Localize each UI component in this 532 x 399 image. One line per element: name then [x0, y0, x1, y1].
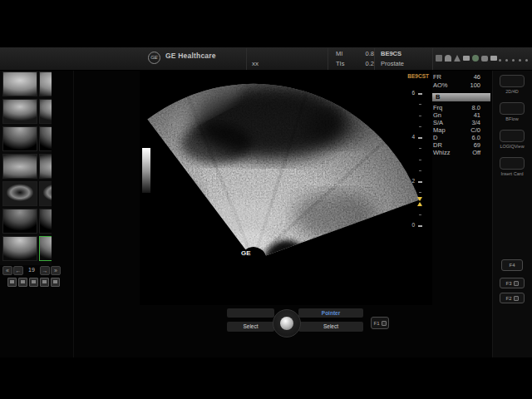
softkey-button[interactable]	[500, 157, 525, 170]
thumbnail[interactable]	[39, 126, 52, 151]
thumbnail[interactable]	[39, 71, 52, 96]
thumbnail[interactable]	[2, 99, 37, 124]
thumbnail[interactable]	[2, 71, 37, 96]
mi-label: MI	[336, 50, 342, 57]
depth-ruler-tick	[418, 181, 422, 183]
f4-label: F4	[509, 263, 515, 268]
thumbnail[interactable]	[39, 181, 52, 206]
param-value: 46	[474, 73, 480, 81]
menu-dot	[505, 59, 508, 62]
layout-icon[interactable]	[7, 278, 17, 287]
softkey-button[interactable]	[500, 130, 525, 142]
softkey-2d4d[interactable]: 2D/4D	[496, 75, 528, 94]
trackball[interactable]	[273, 309, 301, 337]
dr-readout: DR 69	[433, 141, 480, 149]
grayscale-bar	[142, 148, 150, 193]
softkey-button[interactable]	[500, 75, 525, 87]
param-label: Map	[433, 126, 446, 134]
depth-ruler-tick	[419, 160, 421, 160]
param-value: 3/4	[472, 119, 480, 126]
softkey-insert-card[interactable]: Insert Card	[496, 157, 528, 176]
exam-preset: Prostate	[381, 60, 404, 67]
printer-icon	[514, 296, 519, 301]
trackball-key-pointer[interactable]: Pointer	[298, 308, 363, 318]
f2-key[interactable]: F2	[500, 293, 525, 303]
depth-ruler-tick	[419, 170, 421, 171]
clipboard-last-page-button[interactable]: »	[51, 266, 61, 275]
thumbnail[interactable]	[39, 154, 52, 179]
frq-readout: Frq 8.0	[433, 104, 480, 111]
media-icon	[490, 56, 497, 61]
thumbnail[interactable]	[39, 209, 52, 234]
sa-readout: S/A 3/4	[433, 119, 480, 126]
depth-ruler-tick	[419, 104, 421, 105]
mail-icon	[463, 56, 470, 61]
param-label: D	[433, 134, 437, 141]
param-label: Gn	[433, 111, 441, 119]
focus-marker[interactable]	[417, 202, 422, 206]
clipboard-toolbar	[7, 278, 60, 287]
depth-ruler-tick	[418, 93, 422, 95]
trackball-key-top-left[interactable]	[227, 308, 274, 318]
trackball-key-select-right[interactable]: Select	[298, 322, 363, 332]
f3-key[interactable]: F3	[500, 278, 525, 288]
thumbnail[interactable]	[2, 126, 37, 151]
delete-icon[interactable]	[51, 278, 60, 287]
thumbnail[interactable]	[2, 181, 37, 206]
mi-readout: MI 0.8	[336, 50, 374, 57]
ultrasound-image[interactable]: GE	[140, 71, 432, 305]
depth-ruler-label: 0	[405, 222, 415, 229]
thumbnail[interactable]	[2, 209, 37, 234]
panel-seam	[73, 71, 74, 357]
whizz-readout: Whizz Off	[433, 149, 480, 156]
gain-readout: Gn 41	[433, 111, 480, 119]
header-divider	[432, 48, 433, 70]
softkey-logiqview[interactable]: LOGIQView	[496, 130, 528, 149]
patient-icon	[445, 55, 451, 62]
softkey-label: BFlow	[496, 116, 528, 121]
map-readout: Map C/0	[433, 126, 480, 134]
trackball-key-select-left[interactable]: Select	[227, 322, 274, 332]
menu-dots[interactable]	[499, 59, 528, 62]
depth-ruler-label: 6	[405, 90, 415, 96]
param-label: Whizz	[433, 149, 450, 156]
print-alt-icon[interactable]	[29, 278, 38, 287]
thumbnail[interactable]	[39, 236, 52, 261]
menu-dot	[499, 59, 501, 62]
thumbnail[interactable]	[2, 154, 37, 179]
ao-readout: AO% 100	[433, 81, 480, 89]
depth-ruler-tick	[418, 137, 422, 139]
active-probe-label: BE9CST	[397, 73, 429, 79]
save-icon[interactable]	[40, 278, 49, 287]
menu-dot	[512, 59, 515, 62]
f1-key[interactable]: F1	[371, 317, 389, 329]
probe-name: BE9CS	[381, 50, 401, 57]
softkey-button[interactable]	[500, 102, 525, 115]
network-icon	[454, 55, 461, 62]
softkey-label: Insert Card	[496, 171, 528, 176]
clipboard-first-page-button[interactable]: «	[2, 266, 12, 275]
clipboard-prev-page-button[interactable]: ←	[13, 266, 23, 275]
thumbnail[interactable]	[39, 99, 52, 124]
focus-marker[interactable]	[417, 197, 422, 201]
clipboard-next-page-button[interactable]: →	[40, 266, 50, 275]
softkey-label: 2D/4D	[496, 89, 528, 94]
param-label: S/A	[433, 119, 443, 126]
header-divider	[328, 48, 328, 70]
patient-id[interactable]: xx	[252, 60, 259, 67]
param-label: AO%	[433, 81, 448, 89]
header-divider	[374, 48, 375, 70]
depth-ruler-tick	[419, 214, 421, 215]
softkey-bflow[interactable]: BFlow	[496, 102, 528, 121]
trackball-ball[interactable]	[280, 317, 293, 330]
f1-label: F1	[373, 321, 379, 326]
f4-key[interactable]: F4	[501, 259, 523, 271]
softkey-label: LOGIQView	[496, 144, 528, 149]
thumbnail[interactable]	[2, 236, 37, 261]
header-divider	[246, 48, 247, 70]
depth-ruler-tick	[419, 126, 421, 127]
printer-icon[interactable]	[18, 278, 27, 287]
tis-label: TIs	[336, 60, 344, 67]
report-icon	[382, 321, 387, 326]
speaker-icon	[436, 55, 442, 62]
